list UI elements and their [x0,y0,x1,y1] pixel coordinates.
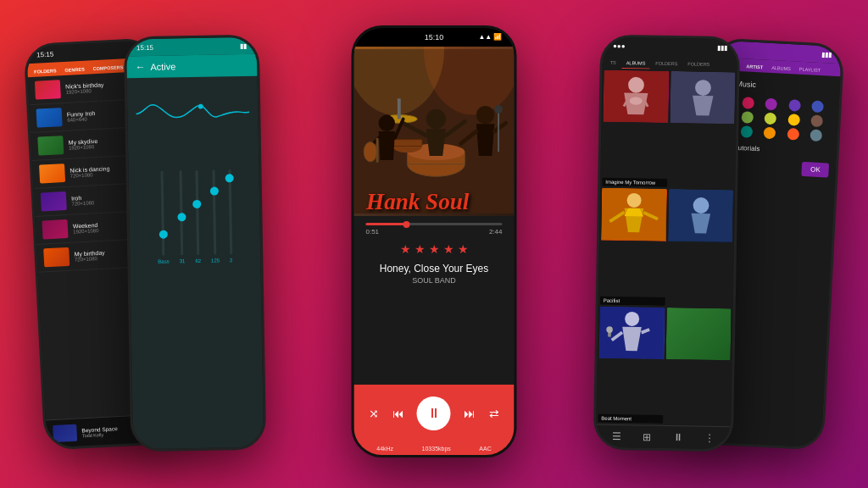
playlist-info: Nick's birthday 1920×1080 [65,81,104,94]
repeat-button[interactable]: ⇄ [489,407,499,420]
album-item-imagine[interactable]: Imagine My Tomorrow [602,70,669,188]
playlist-info: My skydive 1920×1080 [68,137,97,150]
album-label-pacifist: Pacifist [600,296,665,305]
eq-waveform [136,85,250,137]
song-sub: 640×640 [67,116,96,123]
playlist-info: My birthday 720×1080 [74,249,105,262]
svg-point-0 [198,104,203,109]
progress-total: 2:44 [489,228,503,236]
color-swatch-13[interactable] [787,128,799,141]
playlist-info: Iroh 720×1080 [71,194,95,206]
player-song-title: Honey, Close Your Eyes [354,263,515,274]
slider-31[interactable]: 31 [178,170,186,263]
tab-folders1[interactable]: FOLDERS [651,58,682,70]
progress-bar[interactable] [366,223,503,225]
color-swatch-7[interactable] [765,113,777,125]
color-swatch-4[interactable] [811,100,824,113]
eq-body: Bass 31 62 [127,76,264,450]
playlist-info: Nick is dancing 720×1080 [70,165,110,178]
album-img-extra1 [670,71,736,125]
slider-thumb-31[interactable] [177,213,186,221]
prev-button[interactable]: ⏮ [392,407,404,420]
slider-62[interactable]: 62 [193,170,201,263]
menu-icon[interactable]: ☰ [612,430,621,442]
progress-area[interactable]: 0:51 2:44 [354,216,515,236]
color-swatch-6[interactable] [742,111,754,124]
color-swatch-2[interactable] [765,98,778,111]
color-swatch-1[interactable] [743,97,755,109]
thumb-nick-birthday [35,80,61,100]
album-img-imagine [603,70,669,124]
star-4[interactable]: ★ [443,242,454,256]
slider-thumb-bass[interactable] [159,230,167,239]
color-swatch-8[interactable] [787,114,800,126]
star-3[interactable]: ★ [429,242,440,256]
slider-bass[interactable]: Bass [156,171,169,264]
album-img-pacifist [601,188,667,241]
color-swatch-3[interactable] [788,99,801,112]
battery-icon-eq: ▮▮ [240,42,247,49]
album-cover-imagine [603,70,669,124]
signal-icons: ▲▲ 📶 [478,33,502,41]
pause-button[interactable]: ⏸ [417,396,451,430]
song-info: Honey, Close Your Eyes SOUL BAND [354,259,515,288]
ok-button[interactable]: OK [802,162,829,178]
album-cover-extra2 [668,189,734,242]
album-cover-extra1 [670,71,736,125]
thumb-dancing [39,164,65,184]
svg-point-17 [494,105,503,114]
progress-times: 0:51 2:44 [366,228,503,236]
slider-thumb-62[interactable] [192,200,201,208]
album-cover-extra3 [665,308,732,361]
tab-ts[interactable]: TS [606,58,620,69]
slider-thumb-2k[interactable] [225,174,234,182]
star-1[interactable]: ★ [400,242,411,256]
albums-bottom-bar: ☰ ⊞ ⏸ ⋮ [596,424,731,450]
shuffle-button[interactable]: ⤨ [369,407,379,420]
signal-albums: ●●● [613,42,626,49]
color-swatch-14[interactable] [810,129,822,141]
slider-125[interactable]: 125 [209,170,220,263]
slider-2k[interactable]: 2 [228,169,232,263]
star-rating[interactable]: ★ ★ ★ ★ ★ [354,236,515,259]
thumb-iroh [41,191,67,212]
slider-thumb-125[interactable] [210,187,219,196]
more-icon[interactable]: ⋮ [704,432,715,444]
album-item-beat[interactable]: Beat Moment [598,306,665,424]
player-info-bar: 44kHz 10335kbps AAC [354,442,515,455]
album-item-pacifist[interactable]: Pacifist [600,188,667,306]
player-screen: 15:10 ▲▲ 📶 [354,28,515,455]
song-sub: 720×1080 [75,255,105,262]
star-5[interactable]: ★ [458,242,469,256]
color-swatch-9[interactable] [810,114,823,127]
tab-albums[interactable]: ALBUMS [622,58,650,69]
tab-folders2[interactable]: FOLDERS [683,58,714,70]
pause-icon: ⏸ [427,406,441,421]
album-item-extra3[interactable] [665,308,732,425]
back-button[interactable]: ← [135,61,145,73]
albums-grid: Imagine My Tomorrow [596,69,737,427]
song-sub: 1920×1080 [73,228,98,235]
color-swatch-11[interactable] [741,125,754,138]
thumb-beyond [53,424,77,442]
eq-screen: 15:15 ▮▮ ← Active [126,37,264,450]
color-swatch-12[interactable] [764,127,776,140]
album-item-extra2[interactable] [666,189,733,307]
svg-rect-8 [392,140,422,147]
svg-point-11 [426,109,446,129]
playlist-info: Weekend 1920×1080 [73,222,99,235]
time-center: 15:10 [425,33,444,42]
phone-player: 15:10 ▲▲ 📶 [352,25,517,458]
next-button[interactable]: ⏭ [464,407,476,420]
audio-format: AAC [479,446,491,452]
album-img-extra2 [668,189,734,242]
slider-label-2k: 2 [230,258,232,263]
grid-icon[interactable]: ⊞ [643,431,651,443]
time-left: 15:15 [36,50,53,58]
thumb-skydive [37,136,64,156]
status-bar-center: 15:10 ▲▲ 📶 [354,28,515,47]
pause-icon-bottom[interactable]: ⏸ [673,431,683,443]
audio-bitrate: 10335kbps [422,446,451,452]
album-item-extra1[interactable] [669,71,736,189]
star-2[interactable]: ★ [415,242,426,256]
